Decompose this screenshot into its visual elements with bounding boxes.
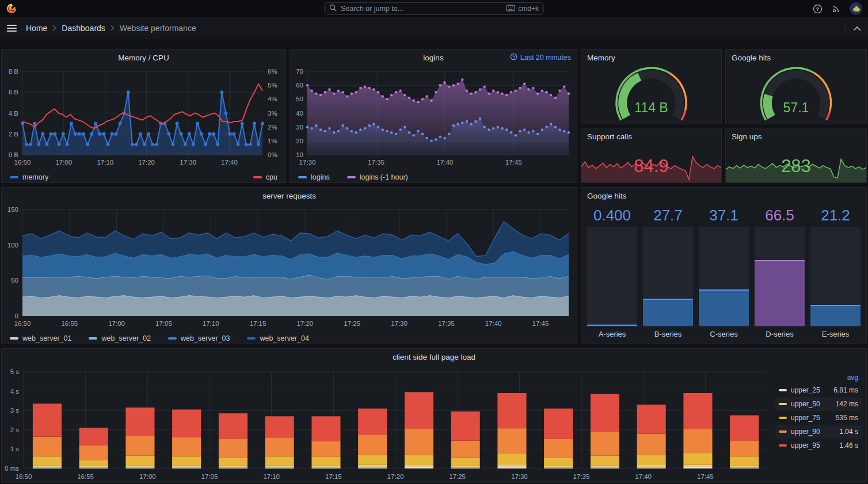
sign-ups-stat[interactable]: 283 bbox=[726, 144, 866, 182]
grafana-logo-icon[interactable] bbox=[6, 3, 17, 14]
svg-text:0%: 0% bbox=[268, 151, 277, 158]
legend-row-upper_25[interactable]: upper_256.81 ms bbox=[775, 383, 862, 397]
svg-text:17:30: 17:30 bbox=[511, 473, 528, 480]
panel-title-memory[interactable]: Memory bbox=[581, 49, 721, 66]
svg-text:0 B: 0 B bbox=[9, 151, 19, 158]
chevron-up-icon[interactable] bbox=[853, 26, 861, 31]
svg-text:4%: 4% bbox=[268, 96, 277, 102]
bar-gauge-B-series[interactable]: 27.7B-series bbox=[643, 205, 693, 341]
breadcrumb-dashboards[interactable]: Dashboards bbox=[62, 24, 105, 33]
legend-item-web-server-04[interactable]: web_server_04 bbox=[247, 334, 309, 342]
breadcrumb-home[interactable]: Home bbox=[26, 24, 47, 33]
bar-gauge-value: 27.7 bbox=[643, 205, 693, 227]
panel-title-google-hits-bars[interactable]: Google hits bbox=[581, 188, 866, 204]
breadcrumb: Home Dashboards Website performance bbox=[26, 24, 196, 33]
svg-text:17:20: 17:20 bbox=[387, 473, 404, 480]
svg-text:17:30: 17:30 bbox=[180, 159, 196, 166]
panel-title-server-requests[interactable]: server requests bbox=[2, 188, 577, 204]
panel-sign-ups: Sign ups 283 bbox=[725, 128, 867, 183]
google-hits-gauge[interactable]: 57.1 bbox=[726, 66, 866, 124]
svg-text:17:45: 17:45 bbox=[532, 320, 549, 327]
google-hits-bar-gauge[interactable]: 0.400A-series27.7B-series37.1C-series66.… bbox=[581, 204, 866, 344]
user-avatar[interactable] bbox=[850, 2, 862, 15]
chevron-right-icon bbox=[111, 24, 115, 33]
clock-icon bbox=[510, 53, 517, 62]
svg-text:4 s: 4 s bbox=[10, 388, 20, 395]
svg-text:40: 40 bbox=[296, 110, 303, 117]
panel-client-page-load: client side full page load 5 s4 s3 s2 s1… bbox=[1, 348, 867, 483]
legend-row-upper_75[interactable]: upper_75535 ms bbox=[775, 411, 862, 425]
topnav-actions: ? bbox=[813, 2, 862, 15]
legend-item-memory[interactable]: memory bbox=[10, 173, 48, 181]
search-icon bbox=[329, 4, 337, 13]
dashboard-grid: Memory / CPU 8 B6 B4 B2 B0 B6%5%4%3%2%1%… bbox=[0, 39, 868, 484]
panel-title-memory-cpu[interactable]: Memory / CPU bbox=[2, 49, 285, 66]
search-input[interactable]: Search or jump to... cmd+k bbox=[324, 2, 544, 15]
legend-row-upper_90[interactable]: upper_901.04 s bbox=[775, 425, 862, 439]
svg-text:10: 10 bbox=[296, 151, 303, 158]
svg-text:5 s: 5 s bbox=[10, 368, 20, 375]
client-page-load-chart[interactable]: 5 s4 s3 s2 s1 s0 ms16:5016:5517:0017:051… bbox=[2, 365, 866, 482]
bar-gauge-A-series[interactable]: 0.400A-series bbox=[587, 205, 637, 341]
svg-text:17:10: 17:10 bbox=[97, 159, 113, 166]
panel-google-hits-bars: Google hits 0.400A-series27.7B-series37.… bbox=[581, 187, 867, 344]
panel-memory-cpu: Memory / CPU 8 B6 B4 B2 B0 B6%5%4%3%2%1%… bbox=[1, 49, 286, 183]
svg-text:17:10: 17:10 bbox=[203, 320, 219, 327]
svg-text:150: 150 bbox=[7, 206, 18, 213]
logins-chart[interactable]: 7060504030201017:3017:3517:4017:45logins… bbox=[290, 66, 577, 182]
svg-text:0 ms: 0 ms bbox=[5, 465, 19, 472]
panel-title-support-calls[interactable]: Support calls bbox=[581, 128, 721, 144]
svg-text:70: 70 bbox=[296, 68, 303, 75]
svg-text:17:05: 17:05 bbox=[155, 320, 172, 327]
svg-text:17:20: 17:20 bbox=[138, 159, 155, 166]
bar-gauge-label: B-series bbox=[643, 326, 693, 341]
svg-text:16:55: 16:55 bbox=[77, 473, 94, 480]
stat-value: 283 bbox=[726, 156, 866, 177]
svg-text:17:35: 17:35 bbox=[573, 473, 590, 480]
svg-text:17:40: 17:40 bbox=[221, 159, 238, 166]
svg-text:16:50: 16:50 bbox=[14, 320, 31, 327]
legend-item-cpu[interactable]: cpu bbox=[253, 173, 277, 181]
legend-row-upper_95[interactable]: upper_951.46 s bbox=[775, 439, 862, 452]
panel-title-logins[interactable]: logins Last 20 minutes bbox=[290, 49, 577, 66]
bar-gauge-E-series[interactable]: 21.2E-series bbox=[810, 205, 861, 341]
panel-title-client-page-load[interactable]: client side full page load bbox=[2, 349, 866, 365]
legend-item-logins[interactable]: logins bbox=[298, 173, 330, 181]
panel-title-google-hits[interactable]: Google hits bbox=[726, 49, 866, 66]
time-range-badge[interactable]: Last 20 minutes bbox=[510, 49, 571, 66]
chevron-right-icon bbox=[52, 24, 56, 33]
svg-text:16:50: 16:50 bbox=[16, 473, 32, 480]
legend-item-web-server-03[interactable]: web_server_03 bbox=[168, 334, 230, 342]
panel-title-sign-ups[interactable]: Sign ups bbox=[726, 128, 866, 144]
svg-text:17:15: 17:15 bbox=[250, 320, 267, 327]
bar-gauge-value: 37.1 bbox=[699, 205, 749, 227]
legend-header-avg[interactable]: avg bbox=[775, 372, 862, 383]
news-rss-icon[interactable] bbox=[831, 4, 841, 14]
bar-gauge-label: C-series bbox=[699, 326, 749, 341]
memory-gauge[interactable]: 114 B bbox=[581, 66, 721, 124]
legend-item-logins-1-hour-[interactable]: logins (-1 hour) bbox=[347, 173, 408, 181]
bar-gauge-C-series[interactable]: 37.1C-series bbox=[699, 205, 749, 341]
svg-text:16:55: 16:55 bbox=[61, 320, 78, 327]
legend-item-web-server-02[interactable]: web_server_02 bbox=[89, 334, 150, 342]
svg-text:2%: 2% bbox=[268, 124, 277, 131]
svg-text:4 B: 4 B bbox=[9, 110, 19, 117]
bar-gauge-value: 0.400 bbox=[587, 205, 637, 227]
svg-text:17:40: 17:40 bbox=[485, 320, 502, 327]
svg-text:3%: 3% bbox=[268, 110, 277, 117]
server-requests-chart[interactable]: 15010050016:5016:5517:0017:0517:1017:151… bbox=[2, 204, 577, 344]
legend-item-web-server-01[interactable]: web_server_01 bbox=[10, 334, 71, 342]
menu-icon[interactable] bbox=[7, 25, 17, 32]
svg-text:17:20: 17:20 bbox=[296, 320, 313, 327]
top-navigation: Search or jump to... cmd+k ? bbox=[0, 0, 868, 17]
bar-gauge-D-series[interactable]: 66.5D-series bbox=[755, 205, 805, 341]
support-calls-stat[interactable]: 84.9 bbox=[581, 144, 721, 182]
panel-memory-gauge: Memory 114 B bbox=[581, 49, 722, 124]
help-icon[interactable]: ? bbox=[813, 4, 823, 14]
legend-row-upper_50[interactable]: upper_50142 ms bbox=[775, 397, 862, 411]
memory-cpu-chart[interactable]: 8 B6 B4 B2 B0 B6%5%4%3%2%1%0%16:5017:001… bbox=[2, 66, 285, 182]
svg-text:17:35: 17:35 bbox=[438, 320, 455, 327]
svg-text:30: 30 bbox=[296, 124, 303, 131]
svg-text:100: 100 bbox=[7, 242, 18, 249]
svg-text:17:40: 17:40 bbox=[635, 473, 652, 480]
